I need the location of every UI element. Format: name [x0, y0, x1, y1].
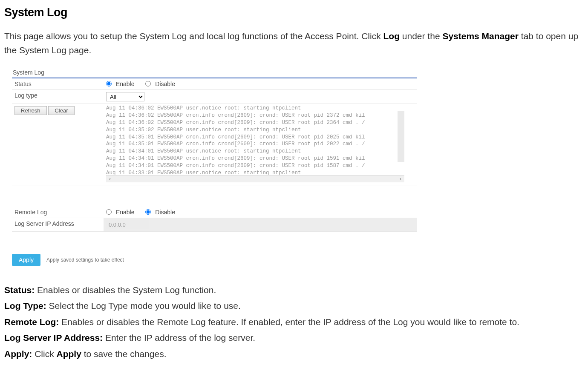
def-ip-label: Log Server IP Address:	[4, 333, 103, 343]
settings-panel: System Log Status Enable Disable Log typ…	[12, 69, 417, 266]
scroll-left-icon[interactable]: ‹	[106, 176, 114, 183]
status-label: Status	[12, 78, 104, 90]
intro-text-2: under the	[400, 31, 442, 41]
remote-log-label: Remote Log	[12, 207, 104, 218]
system-log-table: Status Enable Disable Log type All	[12, 78, 417, 232]
remote-enable-text: Enable	[116, 209, 135, 216]
scroll-right-icon[interactable]: ›	[397, 176, 404, 183]
status-disable-text: Disable	[155, 81, 175, 87]
def-logtype: Log Type: Select the Log Type mode you w…	[4, 299, 584, 313]
def-apply-post: to save the changes.	[81, 349, 167, 359]
remote-enable-option[interactable]: Enable	[106, 209, 136, 216]
def-remote: Remote Log: Enables or disables the Remo…	[4, 315, 584, 329]
intro-bold-sysmgr: Systems Manager	[442, 31, 519, 41]
log-line: Aug 11 04:34:01 EWS500AP cron.info crond…	[106, 163, 365, 169]
status-disable-option[interactable]: Disable	[145, 81, 175, 87]
panel-section-title: System Log	[12, 69, 417, 78]
def-logtype-text: Select the Log Type mode you would like …	[46, 301, 241, 311]
def-apply-pre: Click	[32, 349, 56, 359]
def-ip-text: Enter the IP address of the log server.	[103, 333, 255, 343]
refresh-button[interactable]: Refresh	[14, 106, 47, 115]
status-row: Status Enable Disable	[12, 78, 417, 90]
remote-disable-radio[interactable]	[145, 209, 151, 215]
apply-button[interactable]: Apply	[12, 254, 40, 266]
remote-log-row: Remote Log Enable Disable	[12, 207, 417, 218]
log-line: Aug 11 04:34:01 EWS500AP cron.info crond…	[106, 156, 365, 161]
status-enable-radio[interactable]	[106, 81, 112, 86]
clear-button[interactable]: Clear	[48, 106, 74, 115]
log-line: Aug 11 04:36:02 EWS500AP user.notice roo…	[106, 105, 301, 111]
page-title: System Log	[4, 6, 584, 19]
log-line: Aug 11 04:35:01 EWS500AP cron.info crond…	[106, 141, 365, 147]
def-status-text: Enables or disables the System Log funct…	[35, 285, 216, 295]
intro-bold-log: Log	[383, 31, 400, 41]
def-apply-bold: Apply	[57, 349, 81, 359]
log-line: Aug 11 04:33:01 EWS500AP user.notice roo…	[106, 170, 301, 175]
remote-enable-radio[interactable]	[106, 209, 112, 215]
status-enable-option[interactable]: Enable	[106, 81, 136, 87]
def-remote-text: Enables or disables the Remote Log featu…	[59, 317, 519, 327]
apply-note: Apply saved settings to take effect	[46, 257, 124, 263]
log-output-box[interactable]: Aug 11 04:36:02 EWS500AP user.notice roo…	[106, 105, 404, 175]
def-apply: Apply: Click Apply to save the changes.	[4, 347, 584, 361]
def-remote-label: Remote Log:	[4, 317, 59, 327]
logtype-label: Log type	[12, 90, 104, 104]
server-ip-input[interactable]	[106, 220, 149, 229]
log-line: Aug 11 04:35:01 EWS500AP cron.info crond…	[106, 134, 365, 140]
log-line: Aug 11 04:35:02 EWS500AP user.notice roo…	[106, 127, 301, 133]
log-content-row: Refresh Clear Aug 11 04:36:02 EWS500AP u…	[12, 104, 417, 185]
definitions-block: Status: Enables or disables the System L…	[4, 283, 584, 361]
remote-disable-text: Disable	[155, 209, 175, 216]
remote-disable-option[interactable]: Disable	[145, 209, 175, 216]
log-horizontal-scrollbar[interactable]: ‹ ›	[106, 175, 404, 182]
intro-paragraph: This page allows you to setup the System…	[4, 29, 584, 57]
log-line: Aug 11 04:34:01 EWS500AP user.notice roo…	[106, 148, 301, 154]
log-vertical-scrollbar[interactable]	[398, 111, 404, 162]
status-enable-text: Enable	[116, 81, 135, 87]
def-ip: Log Server IP Address: Enter the IP addr…	[4, 331, 584, 345]
logtype-row: Log type All	[12, 90, 417, 104]
log-line: Aug 11 04:36:02 EWS500AP cron.info crond…	[106, 120, 365, 126]
server-ip-label: Log Server IP Address	[12, 218, 104, 231]
def-logtype-label: Log Type:	[4, 301, 46, 311]
def-apply-label: Apply:	[4, 349, 32, 359]
logtype-select[interactable]: All	[106, 92, 144, 101]
def-status-label: Status:	[4, 285, 35, 295]
log-line: Aug 11 04:36:02 EWS500AP cron.info crond…	[106, 112, 365, 118]
spacer-row	[12, 185, 417, 207]
intro-text-1: This page allows you to setup the System…	[4, 31, 383, 41]
server-ip-row: Log Server IP Address	[12, 218, 417, 231]
status-disable-radio[interactable]	[145, 81, 151, 86]
def-status: Status: Enables or disables the System L…	[4, 283, 584, 297]
